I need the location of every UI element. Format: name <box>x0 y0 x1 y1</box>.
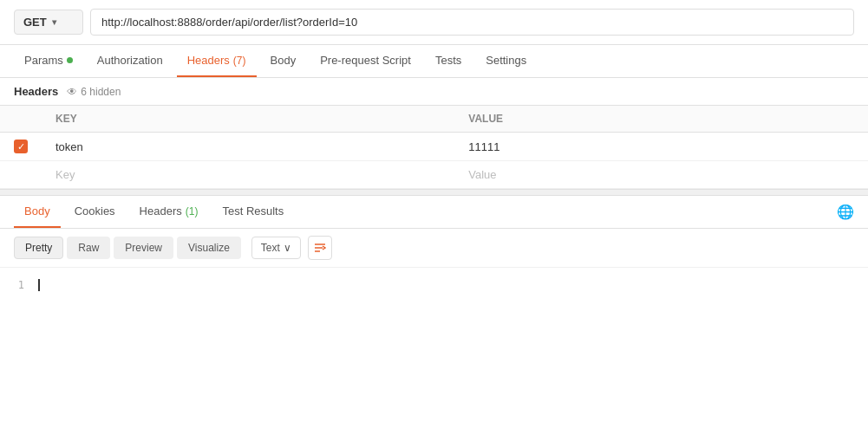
table-row: Key Value <box>0 161 868 189</box>
headers-table: KEY VALUE ✓ token 11111 <box>0 106 868 189</box>
row1-value[interactable]: 11111 <box>454 133 868 161</box>
response-tab-headers[interactable]: Headers (1) <box>129 196 209 228</box>
params-dot <box>67 57 73 63</box>
tab-authorization[interactable]: Authorization <box>87 45 173 77</box>
line-number-1: 1 <box>0 278 35 291</box>
eye-icon: 👁 <box>67 86 77 98</box>
response-tab-testresults-label: Test Results <box>222 205 284 218</box>
method-label: GET <box>23 16 47 29</box>
col-checkbox <box>0 106 42 133</box>
format-visualize-button[interactable]: Visualize <box>177 237 241 259</box>
headers-sub-label: Headers <box>14 85 58 98</box>
row2-value[interactable]: Value <box>454 161 868 189</box>
tab-authorization-label: Authorization <box>97 54 163 67</box>
headers-sub-row: Headers 👁 6 hidden <box>0 78 868 106</box>
request-tabs-row: Params Authorization Headers (7) Body Pr… <box>0 45 868 78</box>
row1-checkbox[interactable]: ✓ <box>14 140 28 153</box>
tab-tests[interactable]: Tests <box>425 45 472 77</box>
row1-value-value: 11111 <box>468 140 499 153</box>
format-raw-button[interactable]: Raw <box>67 237 110 259</box>
wrap-icon-svg <box>314 242 326 254</box>
code-editor[interactable]: 1 <box>0 268 868 320</box>
tab-body[interactable]: Body <box>260 45 307 77</box>
checkmark-icon: ✓ <box>17 142 25 152</box>
text-type-dropdown[interactable]: Text ∨ <box>251 237 301 259</box>
empty-checkbox-cell <box>0 161 42 189</box>
row1-key[interactable]: token <box>42 133 454 161</box>
tab-prerequest-label: Pre-request Script <box>320 54 411 67</box>
app-container: GET ▾ Params Authorization Headers (7) B… <box>0 0 868 435</box>
wrap-button[interactable] <box>308 236 332 260</box>
response-tab-body[interactable]: Body <box>14 196 61 228</box>
tab-headers-badge: (7) <box>233 55 246 67</box>
section-divider <box>0 189 868 196</box>
tab-headers-label: Headers <box>187 54 230 67</box>
row1-key-value: token <box>55 140 83 153</box>
tab-settings[interactable]: Settings <box>475 45 537 77</box>
response-tab-headers-label: Headers <box>140 205 182 218</box>
format-pretty-button[interactable]: Pretty <box>14 237 63 259</box>
text-type-chevron: ∨ <box>284 242 291 254</box>
url-bar: GET ▾ <box>0 0 868 45</box>
format-preview-button[interactable]: Preview <box>114 237 173 259</box>
tab-params-label: Params <box>24 54 63 67</box>
tab-prerequest[interactable]: Pre-request Script <box>310 45 421 77</box>
response-tabs-row: Body Cookies Headers (1) Test Results 🌐 <box>0 196 868 229</box>
format-row: Pretty Raw Preview Visualize Text ∨ <box>0 229 868 268</box>
tab-tests-label: Tests <box>435 54 461 67</box>
table-row: ✓ token 11111 <box>0 133 868 161</box>
method-selector[interactable]: GET ▾ <box>14 10 83 35</box>
method-chevron: ▾ <box>52 17 56 27</box>
checkbox-cell[interactable]: ✓ <box>0 133 42 161</box>
response-tab-body-label: Body <box>24 205 50 218</box>
response-tab-cookies[interactable]: Cookies <box>64 196 126 228</box>
text-type-label: Text <box>261 242 280 254</box>
col-value: VALUE <box>454 106 868 133</box>
tab-headers[interactable]: Headers (7) <box>177 45 257 77</box>
code-line-1: 1 <box>0 278 868 291</box>
row2-key[interactable]: Key <box>42 161 454 189</box>
response-tab-testresults[interactable]: Test Results <box>212 196 294 228</box>
tab-body-label: Body <box>271 54 297 67</box>
response-headers-badge: (1) <box>186 205 199 218</box>
key-placeholder: Key <box>55 168 75 181</box>
text-cursor <box>38 279 40 291</box>
response-tab-cookies-label: Cookies <box>75 205 115 218</box>
line-content-1 <box>35 278 40 291</box>
url-input[interactable] <box>90 9 854 36</box>
hidden-badge: 👁 6 hidden <box>67 86 121 98</box>
tab-params[interactable]: Params <box>14 45 83 77</box>
hidden-count: 6 hidden <box>81 86 121 98</box>
globe-icon[interactable]: 🌐 <box>837 204 854 220</box>
value-placeholder: Value <box>468 168 496 181</box>
tab-settings-label: Settings <box>486 54 526 67</box>
col-key: KEY <box>42 106 454 133</box>
